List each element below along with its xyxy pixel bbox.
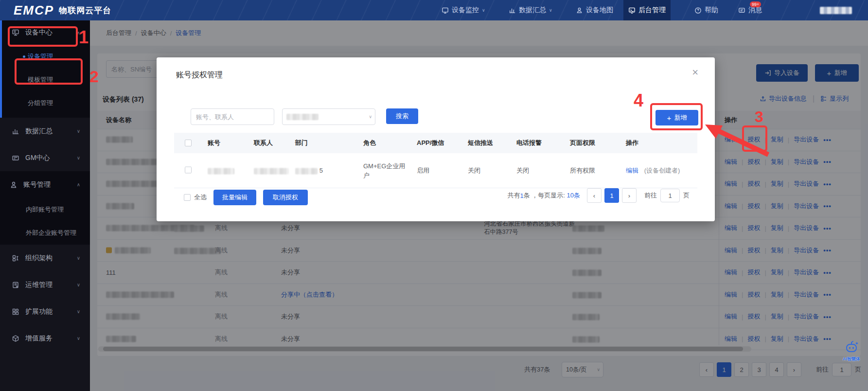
modal-per-page[interactable]: 10条 bbox=[567, 191, 580, 200]
sidebar-item-internal-accounts[interactable]: 内部账号管理 bbox=[0, 198, 90, 221]
button-label: 批量编辑 bbox=[222, 193, 248, 202]
modal-add-button[interactable]: + 新增 bbox=[655, 110, 698, 125]
sidebar-item-data-summary[interactable]: 数据汇总 ∨ bbox=[0, 118, 90, 144]
modal-next-page-button[interactable]: › bbox=[622, 188, 637, 203]
app-window: EMCP 物联网云平台 设备监控 ∨ 数据汇总 ∨ 设备地图 后台管理 帮助 消… bbox=[0, 0, 868, 391]
message-icon bbox=[738, 7, 745, 14]
sidebar-item-org-structure[interactable]: 组织架构 ∨ bbox=[0, 245, 90, 271]
batch-edit-button[interactable]: 批量编辑 bbox=[213, 190, 256, 205]
creator-note: (设备创建者) bbox=[644, 167, 680, 174]
nav-device-monitor[interactable]: 设备监控 ∨ bbox=[437, 0, 490, 20]
modal-page-button-1[interactable]: 1 bbox=[604, 188, 619, 203]
modal-table-header: 账号 联系人 部门 角色 APP/微信 短信推送 电话报警 页面权限 操作 bbox=[174, 133, 697, 153]
sidebar-label: 分组管理 bbox=[28, 99, 53, 107]
row-checkbox[interactable] bbox=[185, 166, 192, 173]
column-header: 角色 bbox=[363, 133, 376, 153]
sidebar-item-gm-center[interactable]: GM中心 ∨ bbox=[0, 144, 90, 171]
row-operation-cell: 编辑 (设备创建者) bbox=[626, 166, 680, 175]
sidebar-label: 账号管理 bbox=[23, 180, 51, 189]
select-all-footer-checkbox[interactable] bbox=[184, 194, 191, 201]
account-authorization-modal: 账号授权管理 × ∨ 搜索 + 新增 账号 联系人 部门 角色 APP/微信 短… bbox=[157, 57, 715, 221]
clipboard-icon bbox=[12, 281, 19, 289]
gm-device-icon bbox=[12, 154, 19, 162]
close-icon[interactable]: × bbox=[692, 67, 698, 78]
nav-data-summary[interactable]: 数据汇总 ∨ bbox=[504, 0, 557, 20]
sidebar-item-ops-management[interactable]: 运维管理 ∨ bbox=[0, 271, 90, 298]
person-icon bbox=[10, 181, 18, 189]
nav-help[interactable]: 帮助 bbox=[690, 0, 723, 20]
modal-prev-page-button[interactable]: ‹ bbox=[587, 188, 602, 203]
modal-pagination: 共有1条 ，每页显示: 10条 ‹ 1 › 前往 页 bbox=[507, 188, 690, 203]
sidebar-label: 外部企业账号管理 bbox=[26, 229, 76, 237]
nav-messages[interactable]: 消息 99+ bbox=[733, 0, 767, 20]
nav-label: 帮助 bbox=[705, 6, 718, 15]
account-filter-select[interactable]: ∨ bbox=[282, 108, 375, 125]
chevron-down-icon: ∨ bbox=[77, 336, 80, 341]
package-icon bbox=[12, 335, 19, 342]
sidebar-label: 增值服务 bbox=[25, 334, 53, 343]
nav-user-account[interactable] bbox=[815, 0, 857, 20]
sidebar-label: 设备管理 bbox=[28, 52, 53, 61]
ai-robot-icon bbox=[844, 340, 859, 355]
redacted-contact bbox=[254, 168, 289, 174]
column-header: 账号 bbox=[208, 133, 220, 153]
column-header: APP/微信 bbox=[417, 133, 444, 153]
edit-account-link[interactable]: 编辑 bbox=[626, 167, 638, 174]
sidebar-group-account: 账号管理 ∧ 内部账号管理 外部企业账号管理 bbox=[0, 171, 90, 245]
nav-label: 设备地图 bbox=[586, 6, 613, 15]
chevron-down-icon: ∨ bbox=[77, 155, 80, 160]
column-header: 操作 bbox=[626, 133, 638, 153]
monitor-icon bbox=[442, 7, 449, 14]
sidebar-label: 模板管理 bbox=[28, 75, 53, 84]
column-header: 联系人 bbox=[254, 133, 273, 153]
goto-label: 前往 bbox=[644, 191, 657, 200]
sidebar-item-device-management[interactable]: 设备管理 bbox=[2, 45, 90, 68]
chevron-down-icon: ∨ bbox=[77, 282, 80, 287]
map-pin-icon bbox=[576, 7, 583, 14]
modal-title: 账号授权管理 bbox=[176, 70, 223, 80]
redacted-department bbox=[295, 168, 318, 174]
sidebar-item-group-management[interactable]: 分组管理 bbox=[2, 91, 90, 115]
column-header: 部门 bbox=[295, 133, 308, 153]
sidebar-item-device-center[interactable]: 设备中心 ∧ bbox=[2, 20, 90, 45]
column-header: 短信推送 bbox=[468, 133, 493, 153]
chevron-down-icon: ∨ bbox=[549, 8, 552, 13]
column-header: 电话报警 bbox=[516, 133, 542, 153]
account-search-input[interactable] bbox=[191, 108, 274, 125]
nav-label: 后台管理 bbox=[638, 6, 666, 15]
sidebar-item-account-management[interactable]: 账号管理 ∧ bbox=[0, 171, 90, 198]
message-count-badge: 99+ bbox=[750, 1, 761, 7]
modal-goto-page-input[interactable] bbox=[660, 189, 680, 202]
redacted-select-value bbox=[286, 114, 319, 120]
sidebar-item-extensions[interactable]: 扩展功能 ∨ bbox=[0, 298, 90, 325]
sidebar-label: 组织架构 bbox=[25, 254, 53, 263]
sidebar-item-value-added[interactable]: 增值服务 ∨ bbox=[0, 325, 90, 352]
chevron-down-icon: ∨ bbox=[77, 128, 80, 134]
sms-push-cell: 关闭 bbox=[468, 166, 480, 175]
chevron-up-icon: ∧ bbox=[77, 182, 80, 187]
column-header: 页面权限 bbox=[570, 133, 595, 153]
plus-icon: + bbox=[667, 114, 672, 122]
sidebar-label: GM中心 bbox=[25, 154, 50, 162]
sidebar-item-external-accounts[interactable]: 外部企业账号管理 bbox=[0, 221, 90, 245]
button-label: 新增 bbox=[674, 113, 687, 122]
role-cell: GM+EG企业用户 bbox=[363, 161, 405, 180]
ai-assistant-widget[interactable]: AI智慧体 bbox=[837, 340, 866, 362]
sidebar-label: 设备中心 bbox=[25, 28, 53, 37]
ai-widget-label: AI智慧体 bbox=[837, 356, 866, 362]
chevron-down-icon: ∨ bbox=[369, 114, 372, 119]
app-wechat-cell: 启用 bbox=[417, 166, 429, 175]
cancel-auth-button[interactable]: 取消授权 bbox=[263, 190, 308, 205]
authorized-account-row: 5 GM+EG企业用户 启用 关闭 关闭 所有权限 编辑 (设备创建者) bbox=[174, 153, 697, 188]
chevron-down-icon: ∨ bbox=[77, 309, 80, 314]
search-button[interactable]: 搜索 bbox=[386, 108, 418, 124]
phone-alarm-cell: 关闭 bbox=[516, 166, 529, 175]
chart-icon bbox=[509, 7, 516, 14]
sidebar-item-template-management[interactable]: 模板管理 bbox=[2, 68, 90, 91]
button-label: 搜索 bbox=[396, 112, 408, 121]
select-all-checkbox[interactable] bbox=[185, 140, 192, 146]
nav-device-map[interactable]: 设备地图 bbox=[571, 0, 618, 20]
nav-admin-console[interactable]: 后台管理 bbox=[623, 0, 671, 20]
logo-text: EMCP bbox=[14, 3, 54, 18]
page-unit-label: 页 bbox=[683, 191, 690, 200]
